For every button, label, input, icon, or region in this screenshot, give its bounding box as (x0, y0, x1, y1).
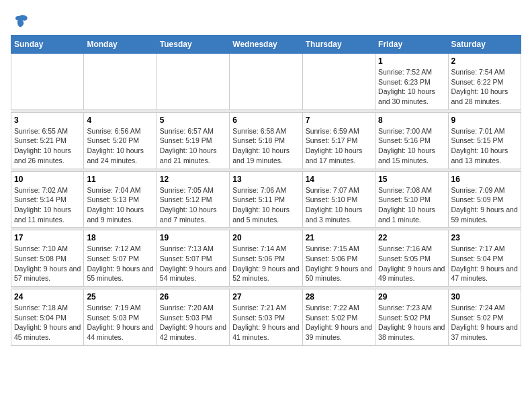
day-number: 6 (232, 116, 299, 125)
day-info: Sunrise: 7:19 AM Sunset: 5:03 PM Dayligh… (87, 303, 153, 342)
day-number: 11 (87, 175, 153, 184)
calendar-cell (230, 54, 302, 110)
calendar-cell: 22Sunrise: 7:16 AM Sunset: 5:05 PM Dayli… (375, 230, 448, 287)
day-number: 12 (160, 175, 226, 184)
day-info: Sunrise: 7:52 AM Sunset: 6:23 PM Dayligh… (378, 67, 445, 107)
day-info: Sunrise: 7:13 AM Sunset: 5:07 PM Dayligh… (160, 244, 226, 283)
day-number: 19 (160, 233, 226, 242)
day-number: 22 (378, 233, 445, 242)
day-number: 20 (232, 233, 299, 242)
calendar-week-row: 17Sunrise: 7:10 AM Sunset: 5:08 PM Dayli… (11, 230, 521, 287)
day-info: Sunrise: 7:02 AM Sunset: 5:14 PM Dayligh… (14, 185, 81, 225)
day-info: Sunrise: 7:04 AM Sunset: 5:13 PM Dayligh… (87, 185, 153, 225)
weekday-header-thursday: Thursday (302, 36, 375, 54)
weekday-header-wednesday: Wednesday (230, 36, 302, 54)
calendar-cell: 12Sunrise: 7:05 AM Sunset: 5:12 PM Dayli… (157, 171, 229, 228)
day-number: 9 (451, 116, 518, 125)
calendar-cell: 27Sunrise: 7:21 AM Sunset: 5:03 PM Dayli… (230, 289, 302, 346)
weekday-header-monday: Monday (84, 36, 157, 54)
calendar-cell: 29Sunrise: 7:23 AM Sunset: 5:02 PM Dayli… (375, 289, 448, 346)
calendar-cell (11, 54, 84, 110)
day-info: Sunrise: 7:10 AM Sunset: 5:08 PM Dayligh… (14, 244, 81, 283)
day-info: Sunrise: 7:16 AM Sunset: 5:05 PM Dayligh… (378, 244, 445, 283)
calendar-cell (157, 54, 229, 110)
logo-bird-icon (12, 13, 28, 30)
day-info: Sunrise: 7:12 AM Sunset: 5:07 PM Dayligh… (87, 244, 153, 283)
day-info: Sunrise: 7:00 AM Sunset: 5:16 PM Dayligh… (378, 126, 445, 166)
day-number: 4 (87, 116, 153, 125)
day-info: Sunrise: 7:01 AM Sunset: 5:15 PM Dayligh… (451, 126, 518, 166)
day-number: 30 (451, 292, 518, 302)
day-number: 5 (160, 116, 226, 125)
calendar-cell: 21Sunrise: 7:15 AM Sunset: 5:06 PM Dayli… (302, 230, 375, 287)
day-number: 23 (451, 233, 518, 242)
calendar-cell: 7Sunrise: 6:59 AM Sunset: 5:17 PM Daylig… (302, 112, 375, 169)
day-info: Sunrise: 7:24 AM Sunset: 5:02 PM Dayligh… (451, 303, 518, 342)
calendar-week-row: 3Sunrise: 6:55 AM Sunset: 5:21 PM Daylig… (11, 112, 521, 169)
day-number: 13 (232, 175, 299, 184)
calendar-cell (302, 54, 375, 110)
calendar-cell: 10Sunrise: 7:02 AM Sunset: 5:14 PM Dayli… (11, 171, 84, 228)
weekday-header-tuesday: Tuesday (157, 36, 229, 54)
calendar-cell: 26Sunrise: 7:20 AM Sunset: 5:03 PM Dayli… (157, 289, 229, 346)
page-header (11, 11, 521, 30)
calendar-cell: 28Sunrise: 7:22 AM Sunset: 5:02 PM Dayli… (302, 289, 375, 346)
day-info: Sunrise: 7:06 AM Sunset: 5:11 PM Dayligh… (232, 185, 299, 225)
day-number: 18 (87, 233, 153, 242)
day-info: Sunrise: 7:21 AM Sunset: 5:03 PM Dayligh… (232, 303, 299, 342)
day-info: Sunrise: 7:20 AM Sunset: 5:03 PM Dayligh… (160, 303, 226, 342)
calendar-cell: 9Sunrise: 7:01 AM Sunset: 5:15 PM Daylig… (448, 112, 521, 169)
day-info: Sunrise: 7:23 AM Sunset: 5:02 PM Dayligh… (378, 303, 445, 342)
day-info: Sunrise: 7:09 AM Sunset: 5:09 PM Dayligh… (451, 185, 518, 225)
day-number: 14 (306, 175, 372, 184)
calendar-cell: 5Sunrise: 6:57 AM Sunset: 5:19 PM Daylig… (157, 112, 229, 169)
day-number: 27 (232, 292, 299, 302)
calendar-cell: 24Sunrise: 7:18 AM Sunset: 5:04 PM Dayli… (11, 289, 84, 346)
calendar-cell: 25Sunrise: 7:19 AM Sunset: 5:03 PM Dayli… (84, 289, 157, 346)
calendar-cell: 13Sunrise: 7:06 AM Sunset: 5:11 PM Dayli… (230, 171, 302, 228)
weekday-header-friday: Friday (375, 36, 448, 54)
day-info: Sunrise: 7:08 AM Sunset: 5:10 PM Dayligh… (378, 185, 445, 225)
day-number: 17 (14, 233, 81, 242)
day-number: 10 (14, 175, 81, 184)
day-info: Sunrise: 7:14 AM Sunset: 5:06 PM Dayligh… (232, 244, 299, 283)
day-number: 26 (160, 292, 226, 302)
day-number: 2 (451, 56, 518, 66)
day-number: 24 (14, 292, 81, 302)
day-info: Sunrise: 6:59 AM Sunset: 5:17 PM Dayligh… (306, 126, 372, 166)
day-info: Sunrise: 7:22 AM Sunset: 5:02 PM Dayligh… (306, 303, 372, 342)
day-number: 29 (378, 292, 445, 302)
day-info: Sunrise: 7:15 AM Sunset: 5:06 PM Dayligh… (306, 244, 372, 283)
day-info: Sunrise: 7:17 AM Sunset: 5:04 PM Dayligh… (451, 244, 518, 283)
day-number: 3 (14, 116, 81, 125)
day-number: 7 (306, 116, 372, 125)
day-info: Sunrise: 6:57 AM Sunset: 5:19 PM Dayligh… (160, 126, 226, 166)
calendar-cell (84, 54, 157, 110)
calendar-cell: 15Sunrise: 7:08 AM Sunset: 5:10 PM Dayli… (375, 171, 448, 228)
day-number: 1 (378, 56, 445, 66)
calendar-week-row: 1Sunrise: 7:52 AM Sunset: 6:23 PM Daylig… (11, 54, 521, 110)
day-number: 8 (378, 116, 445, 125)
weekday-header-row: SundayMondayTuesdayWednesdayThursdayFrid… (11, 36, 521, 54)
day-number: 16 (451, 175, 518, 184)
calendar-cell: 2Sunrise: 7:54 AM Sunset: 6:22 PM Daylig… (448, 54, 521, 110)
day-info: Sunrise: 7:54 AM Sunset: 6:22 PM Dayligh… (451, 67, 518, 107)
calendar-cell: 1Sunrise: 7:52 AM Sunset: 6:23 PM Daylig… (375, 54, 448, 110)
calendar-cell: 20Sunrise: 7:14 AM Sunset: 5:06 PM Dayli… (230, 230, 302, 287)
day-info: Sunrise: 7:05 AM Sunset: 5:12 PM Dayligh… (160, 185, 226, 225)
calendar-cell: 6Sunrise: 6:58 AM Sunset: 5:18 PM Daylig… (230, 112, 302, 169)
calendar-table: SundayMondayTuesdayWednesdayThursdayFrid… (11, 35, 521, 346)
day-info: Sunrise: 6:56 AM Sunset: 5:20 PM Dayligh… (87, 126, 153, 166)
logo (11, 13, 28, 30)
calendar-cell: 18Sunrise: 7:12 AM Sunset: 5:07 PM Dayli… (84, 230, 157, 287)
calendar-cell: 3Sunrise: 6:55 AM Sunset: 5:21 PM Daylig… (11, 112, 84, 169)
calendar-cell: 4Sunrise: 6:56 AM Sunset: 5:20 PM Daylig… (84, 112, 157, 169)
weekday-header-sunday: Sunday (11, 36, 84, 54)
calendar-cell: 19Sunrise: 7:13 AM Sunset: 5:07 PM Dayli… (157, 230, 229, 287)
calendar-week-row: 24Sunrise: 7:18 AM Sunset: 5:04 PM Dayli… (11, 289, 521, 346)
calendar-cell: 16Sunrise: 7:09 AM Sunset: 5:09 PM Dayli… (448, 171, 521, 228)
day-number: 15 (378, 175, 445, 184)
weekday-header-saturday: Saturday (448, 36, 521, 54)
calendar-week-row: 10Sunrise: 7:02 AM Sunset: 5:14 PM Dayli… (11, 171, 521, 228)
day-info: Sunrise: 6:58 AM Sunset: 5:18 PM Dayligh… (232, 126, 299, 166)
